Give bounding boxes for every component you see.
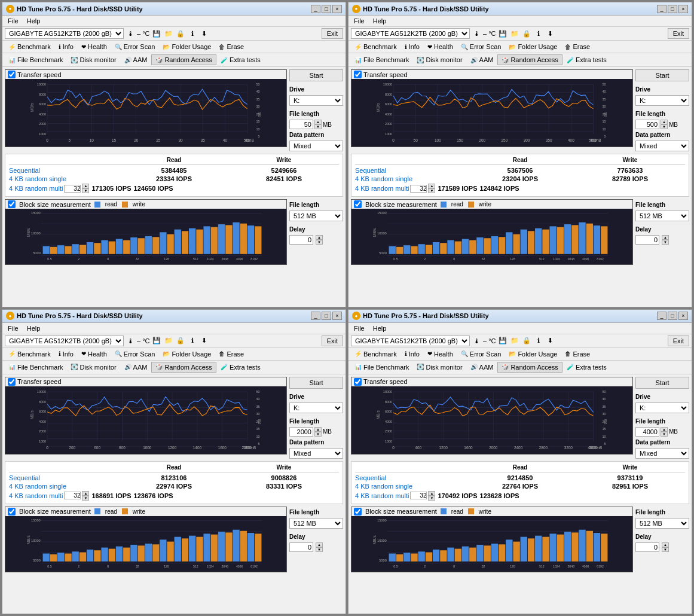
drive-select[interactable]: GIGABYTE AG512K2TB (2000 gB) xyxy=(351,336,470,346)
file-length-down[interactable]: ▼ xyxy=(314,124,322,129)
folder-icon[interactable]: 📁 xyxy=(163,336,174,346)
data-pattern-combo[interactable]: Mixed xyxy=(289,448,343,459)
nav-tab-file-benchmark[interactable]: 📊File Benchmark xyxy=(351,54,412,65)
delay-down[interactable]: ▼ xyxy=(316,547,323,552)
exit-button[interactable]: Exit xyxy=(668,336,689,346)
save-icon[interactable]: 💾 xyxy=(151,336,162,346)
delay-down[interactable]: ▼ xyxy=(316,240,323,245)
block-size-checkbox[interactable] xyxy=(354,508,362,516)
random-multi-input[interactable] xyxy=(64,492,81,499)
file-length-down[interactable]: ▼ xyxy=(314,432,322,437)
nav-tab-benchmark[interactable]: ⚡Benchmark xyxy=(351,349,400,359)
block-file-length-combo[interactable]: 512 MB xyxy=(289,211,343,221)
block-size-checkbox[interactable] xyxy=(354,200,362,208)
file-length-input[interactable] xyxy=(635,427,659,437)
nav-tab-random-access[interactable]: 🎲Random Access xyxy=(151,362,216,373)
file-length-down[interactable]: ▼ xyxy=(661,432,668,437)
multi-up[interactable]: ▲ xyxy=(82,184,89,188)
file-length-input[interactable] xyxy=(289,120,313,129)
menu-help[interactable]: Help xyxy=(371,17,389,25)
file-length-input[interactable] xyxy=(635,120,659,129)
nav-tab-disk-monitor[interactable]: 💽Disk monitor xyxy=(67,54,120,65)
nav-tab-health[interactable]: ❤Health xyxy=(424,42,457,51)
drive-combo[interactable]: K: xyxy=(289,95,343,106)
nav-tab-disk-monitor[interactable]: 💽Disk monitor xyxy=(413,362,466,373)
nav-tab-info[interactable]: ℹInfo xyxy=(55,349,77,359)
nav-tab-error-scan[interactable]: 🔍Error Scan xyxy=(111,42,159,51)
delay-up[interactable]: ▲ xyxy=(316,235,323,240)
nav-tab-erase[interactable]: 🗑Erase xyxy=(561,349,594,359)
exit-button[interactable]: Exit xyxy=(322,28,343,39)
transfer-speed-checkbox[interactable] xyxy=(354,378,362,386)
delay-input[interactable] xyxy=(635,235,659,245)
block-size-checkbox[interactable] xyxy=(8,200,16,208)
menu-help[interactable]: Help xyxy=(25,17,42,25)
drive-combo[interactable]: K: xyxy=(289,402,343,413)
minimize-button[interactable]: _ xyxy=(311,312,320,320)
folder-icon[interactable]: 📁 xyxy=(163,28,174,39)
nav-tab-disk-monitor[interactable]: 💽Disk monitor xyxy=(67,362,120,373)
nav-tab-aam[interactable]: 🔊AAM xyxy=(121,54,151,65)
info2-icon[interactable]: ℹ xyxy=(533,336,544,346)
transfer-speed-checkbox[interactable] xyxy=(8,378,16,386)
info2-icon[interactable]: ℹ xyxy=(187,28,198,39)
nav-tab-folder-usage[interactable]: 📂Folder Usage xyxy=(159,349,215,359)
start-button[interactable]: Start xyxy=(635,69,689,81)
block-size-checkbox[interactable] xyxy=(8,508,16,516)
nav-tab-random-access[interactable]: 🎲Random Access xyxy=(497,362,562,373)
nav-tab-erase[interactable]: 🗑Erase xyxy=(215,349,247,359)
nav-tab-info[interactable]: ℹInfo xyxy=(401,42,423,51)
download-icon[interactable]: ⬇ xyxy=(545,28,556,39)
drive-select[interactable]: GIGABYTE AG512K2TB (2000 gB) xyxy=(351,28,470,39)
random-multi-input[interactable] xyxy=(410,492,427,499)
nav-tab-health[interactable]: ❤Health xyxy=(78,349,111,359)
file-length-up[interactable]: ▲ xyxy=(314,120,322,124)
start-button[interactable]: Start xyxy=(635,377,689,389)
multi-down[interactable]: ▼ xyxy=(428,496,435,501)
menu-file[interactable]: File xyxy=(352,17,366,25)
nav-tab-folder-usage[interactable]: 📂Folder Usage xyxy=(159,42,215,51)
nav-tab-erase[interactable]: 🗑Erase xyxy=(561,42,594,51)
multi-up[interactable]: ▲ xyxy=(82,491,89,496)
nav-tab-benchmark[interactable]: ⚡Benchmark xyxy=(351,42,400,51)
lock-icon[interactable]: 🔒 xyxy=(175,28,186,39)
nav-tab-erase[interactable]: 🗑Erase xyxy=(215,42,247,51)
transfer-speed-checkbox[interactable] xyxy=(8,71,16,78)
nav-tab-folder-usage[interactable]: 📂Folder Usage xyxy=(505,42,561,51)
delay-up[interactable]: ▲ xyxy=(316,542,323,547)
multi-down[interactable]: ▼ xyxy=(428,188,435,193)
maximize-button[interactable]: □ xyxy=(668,5,677,13)
drive-combo[interactable]: K: xyxy=(635,95,689,106)
save-icon[interactable]: 💾 xyxy=(497,336,508,346)
nav-tab-extra-tests[interactable]: 🧪Extra tests xyxy=(217,362,264,373)
nav-tab-info[interactable]: ℹInfo xyxy=(401,349,423,359)
lock-icon[interactable]: 🔒 xyxy=(521,336,532,346)
multi-down[interactable]: ▼ xyxy=(82,188,89,193)
save-icon[interactable]: 💾 xyxy=(151,28,162,39)
file-length-down[interactable]: ▼ xyxy=(661,124,668,129)
menu-file[interactable]: File xyxy=(6,17,20,25)
drive-select[interactable]: GIGABYTE AG512K2TB (2000 gB) xyxy=(5,28,124,39)
menu-help[interactable]: Help xyxy=(25,324,42,333)
data-pattern-combo[interactable]: Mixed xyxy=(289,141,343,151)
delay-up[interactable]: ▲ xyxy=(662,235,669,240)
delay-down[interactable]: ▼ xyxy=(662,240,669,245)
nav-tab-info[interactable]: ℹInfo xyxy=(55,42,77,51)
download-icon[interactable]: ⬇ xyxy=(545,336,556,346)
download-icon[interactable]: ⬇ xyxy=(199,28,210,39)
maximize-button[interactable]: □ xyxy=(322,312,331,320)
block-file-length-combo[interactable]: 512 MB xyxy=(289,518,343,529)
delay-input[interactable] xyxy=(289,235,313,245)
file-length-up[interactable]: ▲ xyxy=(314,427,322,432)
delay-input[interactable] xyxy=(289,542,313,552)
menu-file[interactable]: File xyxy=(6,324,20,333)
nav-tab-extra-tests[interactable]: 🧪Extra tests xyxy=(563,54,610,65)
nav-tab-aam[interactable]: 🔊AAM xyxy=(467,54,497,65)
close-button[interactable]: × xyxy=(678,5,688,13)
multi-down[interactable]: ▼ xyxy=(82,496,89,501)
file-length-up[interactable]: ▲ xyxy=(661,120,668,124)
exit-button[interactable]: Exit xyxy=(668,28,689,39)
nav-tab-aam[interactable]: 🔊AAM xyxy=(121,362,151,373)
nav-tab-benchmark[interactable]: ⚡Benchmark xyxy=(5,42,54,51)
data-pattern-combo[interactable]: Mixed xyxy=(635,141,689,151)
